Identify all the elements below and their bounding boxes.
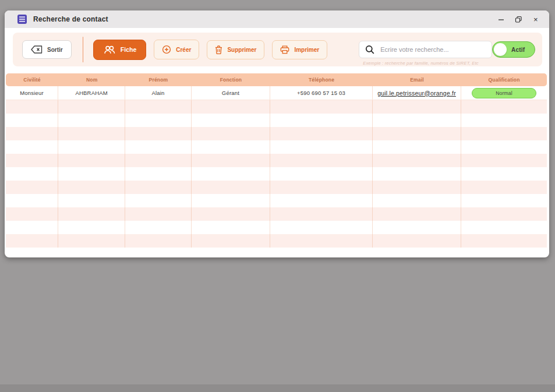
empty-cell (58, 154, 125, 167)
empty-cell (192, 194, 271, 207)
empty-cell (461, 234, 547, 248)
empty-cell (270, 140, 373, 154)
table-body: Monsieur AHBRAHAM Alain Gérant +590 690 … (6, 86, 547, 248)
column-header[interactable]: Nom (58, 77, 125, 83)
empty-cell (373, 127, 461, 140)
empty-cell (461, 114, 547, 127)
empty-cell (125, 140, 191, 154)
empty-cell (6, 114, 58, 127)
empty-cell (270, 114, 373, 127)
empty-cell (192, 207, 271, 221)
toggle-knob (494, 43, 507, 56)
table-row-empty[interactable] (6, 154, 547, 167)
column-header[interactable]: Fonction (192, 77, 271, 83)
empty-cell (373, 234, 461, 248)
empty-cell (461, 221, 547, 234)
empty-cell (461, 154, 547, 167)
cell-civilite: Monsieur (6, 86, 58, 100)
fiche-label: Fiche (121, 46, 136, 53)
backspace-icon (31, 45, 43, 54)
table-row-empty[interactable] (6, 140, 547, 154)
empty-cell (125, 127, 191, 140)
minimize-icon (498, 16, 504, 23)
empty-cell (270, 181, 373, 194)
restore-icon (515, 16, 522, 23)
column-header[interactable]: Civilité (6, 77, 58, 83)
empty-cell (192, 127, 271, 140)
search-icon (365, 45, 374, 54)
empty-cell (58, 221, 125, 234)
search-input[interactable] (359, 41, 492, 58)
empty-cell (461, 140, 547, 154)
empty-cell (6, 234, 58, 248)
empty-cell (373, 140, 461, 154)
taskbar-strip (0, 384, 555, 392)
qualification-badge: Normal (472, 88, 537, 98)
empty-cell (125, 234, 191, 248)
empty-cell (125, 194, 191, 207)
table-row-empty[interactable] (6, 167, 547, 181)
empty-cell (125, 221, 191, 234)
empty-cell (192, 114, 271, 127)
empty-cell (373, 167, 461, 181)
actif-toggle[interactable]: Actif (492, 41, 535, 58)
empty-cell (6, 221, 58, 234)
empty-cell (6, 167, 58, 181)
minimize-button[interactable] (493, 12, 508, 26)
supprimer-label: Supprimer (227, 47, 256, 53)
cell-email: guil.le.petrisseur@orange.fr (373, 86, 461, 100)
empty-cell (58, 114, 125, 127)
restore-button[interactable] (511, 12, 526, 26)
close-button[interactable]: × (528, 12, 543, 26)
window-controls: × (493, 12, 543, 26)
empty-cell (58, 207, 125, 221)
table-row-empty[interactable] (6, 181, 547, 194)
table-row-empty[interactable] (6, 127, 547, 140)
column-header[interactable]: Qualification (461, 77, 547, 83)
cell-fonction: Gérant (192, 86, 271, 100)
contact-search-window: Recherche de contact × (5, 10, 549, 257)
empty-cell (6, 194, 58, 207)
search-area: Exemple : recherche par famille, numéros… (359, 41, 492, 58)
toolbar-divider (83, 37, 83, 62)
toolbar: Sortir Fiche Créer (13, 33, 542, 66)
table-header: CivilitéNomPrénomFonctionTéléphoneEmailQ… (6, 73, 547, 86)
empty-cell (192, 100, 271, 114)
empty-cell (125, 154, 191, 167)
empty-cell (270, 100, 373, 114)
empty-cell (125, 100, 191, 114)
fiche-button[interactable]: Fiche (93, 40, 146, 60)
table-row-empty[interactable] (6, 207, 547, 221)
empty-cell (461, 194, 547, 207)
empty-cell (270, 154, 373, 167)
column-header[interactable]: Téléphone (270, 77, 373, 83)
email-link[interactable]: guil.le.petrisseur@orange.fr (377, 90, 456, 97)
sortir-button[interactable]: Sortir (22, 40, 72, 59)
empty-cell (58, 100, 125, 114)
empty-cell (270, 221, 373, 234)
table-row-empty[interactable] (6, 100, 547, 114)
empty-cell (125, 167, 191, 181)
contacts-table: CivilitéNomPrénomFonctionTéléphoneEmailQ… (6, 73, 547, 248)
table-row-empty[interactable] (6, 114, 547, 127)
empty-cell (192, 234, 271, 248)
empty-cell (461, 100, 547, 114)
cell-telephone: +590 690 57 15 03 (270, 86, 373, 100)
column-header[interactable]: Prénom (125, 77, 191, 83)
imprimer-button[interactable]: Imprimer (272, 40, 327, 59)
supprimer-button[interactable]: Supprimer (207, 40, 264, 59)
table-row[interactable]: Monsieur AHBRAHAM Alain Gérant +590 690 … (6, 86, 547, 100)
creer-button[interactable]: Créer (154, 40, 199, 59)
titlebar[interactable]: Recherche de contact × (5, 10, 549, 28)
empty-cell (373, 221, 461, 234)
table-row-empty[interactable] (6, 234, 547, 248)
column-header[interactable]: Email (373, 77, 461, 83)
empty-cell (461, 127, 547, 140)
empty-cell (270, 194, 373, 207)
cell-qualification: Normal (461, 86, 547, 100)
table-row-empty[interactable] (6, 221, 547, 234)
cell-prenom: Alain (125, 86, 191, 100)
table-row-empty[interactable] (6, 194, 547, 207)
empty-cell (373, 154, 461, 167)
cell-nom: AHBRAHAM (58, 86, 125, 100)
